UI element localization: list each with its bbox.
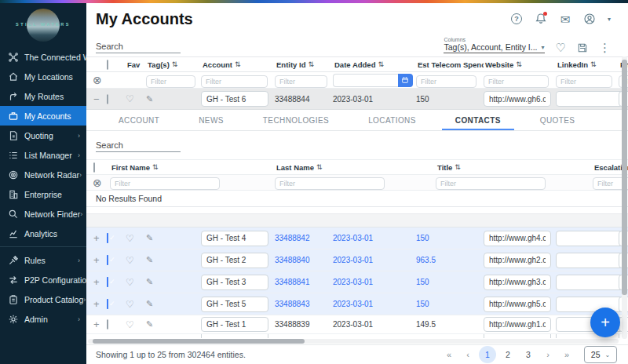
page-number-1[interactable]: 1 (479, 346, 496, 363)
column-header-linkedin[interactable]: LinkedIn⇅ (556, 60, 619, 69)
favorite-heart-icon[interactable]: ♡ (126, 299, 134, 310)
filter-input-linkedin[interactable] (556, 75, 612, 88)
notifications-bell-icon[interactable] (535, 13, 547, 25)
filter-input-date-added[interactable] (333, 74, 398, 87)
row-checkbox[interactable] (107, 299, 108, 309)
row-checkbox[interactable] (107, 319, 108, 329)
filter-input-last-name[interactable] (275, 177, 385, 190)
expand-row-icon[interactable]: + (93, 276, 100, 288)
sidebar-item-admin[interactable]: Admin › (0, 309, 86, 329)
tab-technologies[interactable]: TECHNOLOGIES (243, 110, 349, 130)
filter-input-title[interactable] (436, 177, 546, 190)
contacts-select-all-checkbox[interactable] (93, 162, 95, 173)
scrollbar-thumb[interactable] (93, 339, 305, 344)
edit-tags-pencil-icon[interactable]: ✎ (146, 277, 153, 286)
column-header-website[interactable]: Website⇅ (484, 60, 556, 69)
page-number-3[interactable]: 3 (520, 346, 537, 363)
sort-icon[interactable]: ⇅ (378, 60, 384, 68)
mail-icon[interactable]: ✉ (559, 13, 571, 25)
page-size-select[interactable]: 25 ⌄ (584, 346, 617, 363)
edit-tags-pencil-icon[interactable]: ✎ (146, 299, 153, 308)
website-input[interactable] (484, 91, 551, 107)
sort-icon[interactable]: ⇅ (172, 60, 178, 68)
expand-row-icon[interactable]: + (93, 254, 100, 266)
sidebar-item-product-catalog[interactable]: Product Catalog › (0, 289, 86, 309)
tab-locations[interactable]: LOCATIONS (349, 110, 436, 130)
table-row[interactable]: + ♡ ✎ 33488842 2023-03-01 150 (86, 228, 628, 249)
filter-input-account[interactable] (201, 75, 268, 88)
company-logo[interactable]: STILL WATERS (0, 3, 86, 47)
favorite-heart-icon[interactable]: ♡ (126, 93, 134, 104)
account-name-input[interactable] (201, 297, 268, 312)
collapse-row-icon[interactable]: − (93, 93, 100, 105)
website-input[interactable] (484, 317, 551, 332)
expand-row-icon[interactable]: + (93, 298, 100, 310)
scrollbar-thumb[interactable] (622, 60, 627, 295)
sort-icon[interactable]: ⇅ (152, 163, 159, 171)
table-row[interactable]: + ♡ ✎ 33488841 2023-03-01 150 (86, 271, 628, 293)
last-page-icon[interactable]: » (559, 350, 575, 359)
vertical-scrollbar[interactable] (622, 56, 627, 339)
contacts-search-input[interactable] (96, 139, 181, 152)
previous-page-icon[interactable]: ‹ (460, 350, 476, 359)
filter-input-entity-id[interactable] (275, 75, 327, 88)
favorite-heart-icon[interactable]: ♡ (126, 277, 134, 288)
sidebar-item-my-locations[interactable]: My Locations (0, 67, 86, 86)
edit-tags-pencil-icon[interactable]: ✎ (146, 319, 153, 329)
table-row[interactable]: + ♡ ✎ 33488843 2023-03-01 150 (86, 293, 628, 315)
column-header-title[interactable]: Title⇅ (436, 163, 593, 172)
tab-news[interactable]: NEWS (179, 110, 243, 130)
website-input[interactable] (484, 253, 551, 268)
filter-input-website[interactable] (484, 75, 549, 88)
help-icon[interactable]: ? (510, 13, 523, 25)
page-number-2[interactable]: 2 (499, 346, 517, 363)
tab-account[interactable]: ACCOUNT (99, 110, 179, 130)
sidebar-item-enterprise[interactable]: Enterprise (0, 184, 86, 204)
edit-tags-pencil-icon[interactable]: ✎ (146, 94, 153, 104)
add-account-fab-button[interactable]: + (590, 308, 620, 337)
sidebar-item-quoting[interactable]: Quoting › (0, 126, 86, 145)
favorite-heart-icon[interactable]: ♡ (126, 255, 134, 266)
account-name-input[interactable] (201, 231, 268, 246)
edit-tags-pencil-icon[interactable]: ✎ (146, 255, 153, 264)
contacts-clear-filters-icon[interactable]: ⊗ (93, 177, 102, 189)
account-name-input[interactable] (201, 253, 268, 268)
edit-tags-pencil-icon[interactable]: ✎ (146, 233, 153, 242)
sidebar-item-my-routes[interactable]: My Routes (0, 86, 86, 106)
sidebar-item-rules[interactable]: Rules › (0, 250, 86, 270)
column-header-fav[interactable]: Fav (126, 60, 146, 69)
sidebar-item-p2p-configuration[interactable]: P2P Configuration › (0, 270, 86, 289)
favorite-heart-icon[interactable]: ♡ (126, 233, 134, 244)
account-name-input[interactable] (201, 91, 268, 107)
column-header-last-name[interactable]: Last Name⇅ (275, 163, 436, 172)
sidebar-item-list-manager[interactable]: List Manager › (0, 145, 86, 165)
search-input[interactable] (96, 40, 181, 53)
filter-input-tags[interactable] (146, 75, 195, 88)
sidebar-item-analytics[interactable]: Analytics (0, 224, 86, 243)
sidebar-item-network-finder[interactable]: Network Finder › (0, 204, 86, 224)
save-view-icon[interactable] (577, 42, 588, 53)
favorite-view-icon[interactable]: ♡ (556, 42, 566, 53)
column-header-account[interactable]: Account⇅ (201, 60, 275, 69)
row-checkbox[interactable] (107, 277, 108, 287)
columns-select[interactable]: Columns Tag(s), Account, Entity I... ▾ (444, 37, 544, 53)
website-input[interactable] (484, 231, 551, 246)
account-menu-caret-icon[interactable]: ▾ (608, 16, 611, 23)
row-checkbox[interactable] (107, 255, 108, 265)
linkedin-input[interactable] (556, 91, 623, 107)
website-input[interactable] (484, 297, 551, 312)
filter-input-first-name[interactable] (110, 177, 220, 190)
select-all-checkbox[interactable] (107, 60, 108, 70)
filter-input-est-telecom-spend[interactable] (416, 75, 476, 88)
account-avatar-icon[interactable] (583, 13, 596, 25)
column-header-est-telecom-spend[interactable]: Est Telecom Spend⇅ (416, 60, 484, 69)
linkedin-input[interactable] (556, 231, 623, 246)
next-page-icon[interactable]: › (540, 350, 556, 359)
table-row-expanded[interactable]: − ♡ ✎ 33488844 2023-03-01 150 (86, 89, 628, 110)
website-input[interactable] (484, 275, 551, 290)
account-name-input[interactable] (201, 275, 268, 290)
table-row[interactable]: + ♡ ✎ 33488839 2023-03-01 149.5 (86, 315, 628, 334)
column-header-date-added[interactable]: Date Added⇅ (333, 60, 416, 69)
column-header-tags[interactable]: Tag(s)⇅ (146, 60, 201, 69)
sidebar-item-network-radar[interactable]: Network Radar › (0, 165, 86, 184)
